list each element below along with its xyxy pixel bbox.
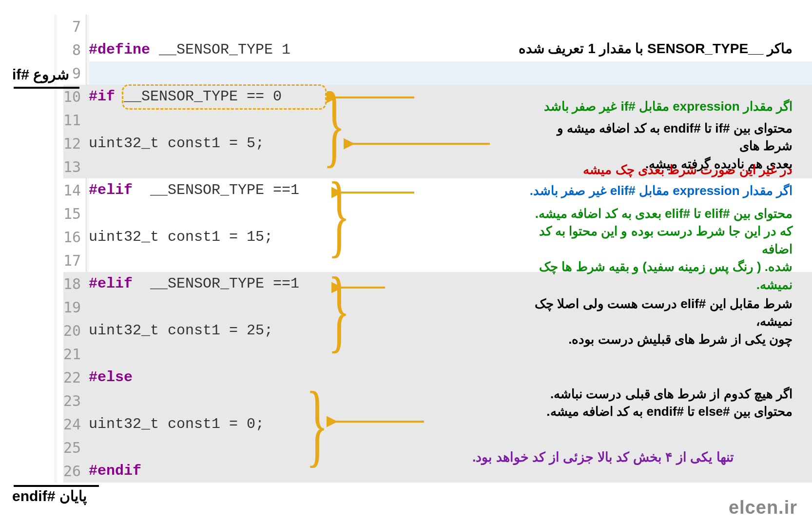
line-number: 8 [63,41,85,58]
watermark-text: elcen.ir [729,497,797,518]
line-number: 14 [63,182,85,199]
annotation-elif-body: محتوای بین #elif تا #elif بعدی به کد اضا… [510,205,793,293]
code-line: 26 #endif [63,459,453,483]
line-number: 18 [63,275,85,292]
code-content: #else [85,369,133,386]
line-number: 24 [63,416,85,433]
line-number: 20 [63,322,85,339]
code-line: 15 [63,202,453,225]
line-number: 7 [63,18,85,35]
code-line: 21 [63,342,453,366]
expression-highlight-box [122,84,327,110]
line-number: 17 [63,252,85,269]
line-number: 23 [63,392,85,409]
line-number: 12 [63,135,85,152]
line-number: 11 [63,112,85,129]
code-line: 16 uint32_t const1 = 15; [63,225,453,249]
line-number: 19 [63,299,85,316]
code-line: 18 #elif __SENSOR_TYPE ==1 [63,272,453,295]
annotation-text: محتوای بین #if تا #endif به کد اضافه میش… [524,119,793,155]
code-line: 13 [63,155,453,178]
code-content: uint32_t const1 = 25; [85,322,273,339]
code-content: uint32_t const1 = 15; [85,229,273,245]
arrow-icon [327,88,424,107]
annotation-text: مقابل [636,183,673,198]
code-content: uint32_t const1 = 0; [85,416,264,432]
code-content: #elif __SENSOR_TYPE ==1 [85,182,299,198]
annotation-text: غیر صفر باشد. [530,183,610,198]
annotation-if-expr: اگر مقدار expression مقابل #if غیر صفر ب… [544,97,793,115]
line-number: 15 [63,205,85,222]
annotation-text: شرط مقابل این #elif درست هست ولی اصلا چک… [510,295,793,330]
end-endif-underline [14,485,99,487]
line-number: 22 [63,369,85,386]
line-number: 10 [63,88,85,105]
code-content: #endif [85,463,141,479]
annotation-text: اگر هیچ کدوم از شرط های قبلی درست نباشه. [520,385,793,403]
line-number: 16 [63,229,85,246]
code-line: 22 #else [63,366,453,389]
line-number: 13 [63,158,85,175]
line-number: 21 [63,346,85,363]
end-endif-label: پایان #endif [12,487,87,504]
annotation-define: ماکر __SENSOR_TYPE با مقدار 1 تعریف شده [519,39,793,58]
code-line: 25 [63,436,453,459]
code-content: uint32_t const1 = 5; [85,135,264,152]
code-line: 20 uint32_t const1 = 25; [63,319,453,342]
annotation-summary: تنها یکی از ۴ بخش کد بالا جزئی از کد خوا… [472,448,734,467]
line-number: 25 [63,439,85,456]
arrow-icon [331,183,419,202]
annotation-text: چون یکی از شرط های قبلیش درست بوده. [510,330,793,348]
code-line: 11 [63,108,453,132]
arrow-icon [344,134,495,154]
code-line: 23 [63,389,453,412]
line-number: 26 [63,463,85,480]
code-line: 19 [63,295,453,319]
annotation-elif2: شرط مقابل این #elif درست هست ولی اصلا چک… [510,295,793,348]
code-line: 7 [63,15,453,38]
gutter-strip-left [54,15,57,483]
annotation-text: expression [673,183,739,198]
arrow-icon [327,412,429,431]
annotation-text: که در این جا شرط درست بوده و این محتوا ب… [510,222,793,258]
annotation-else-check: در غیر این صورت شرط بعدی چک میشه [583,161,793,178]
annotation-text: محتوای بین #else تا #endif به کد اضافه م… [520,403,793,420]
code-line: 8 #define __SENSOR_TYPE 1 [63,38,453,61]
annotation-text: شده. ( رنگ پس زمینه سفید) و بقیه شرط ها … [510,258,793,293]
start-if-underline [14,87,79,89]
brace-icon: } [306,383,329,466]
annotation-text: محتوای بین #elif تا #elif بعدی به کد اضا… [510,205,793,222]
annotation-elif-expr: اگر مقدار expression مقابل #elif غیر صفر… [530,182,793,199]
annotation-text: #elif [610,183,636,198]
arrow-icon [331,278,390,297]
code-content: #elif __SENSOR_TYPE ==1 [85,275,299,292]
start-if-label: شروع #if [12,66,69,83]
annotation-text: اگر مقدار [740,183,793,198]
code-line: 17 [63,249,453,272]
code-line: 9 [63,61,453,85]
annotation-else: اگر هیچ کدوم از شرط های قبلی درست نباشه.… [520,385,793,421]
code-content: #define __SENSOR_TYPE 1 [85,41,290,58]
